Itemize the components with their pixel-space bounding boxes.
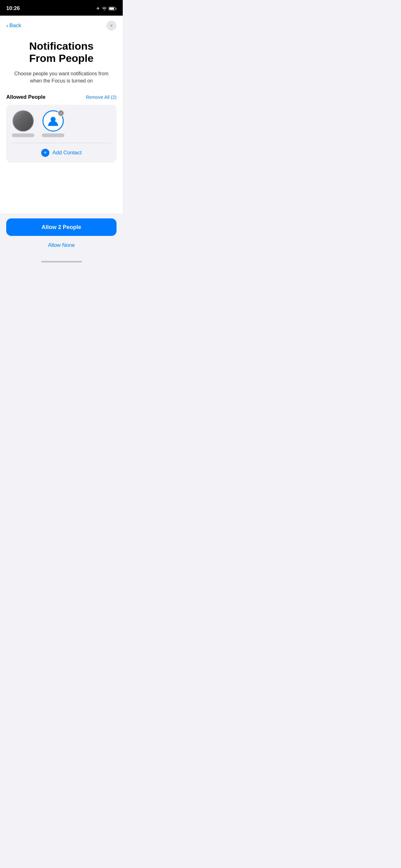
avatar-container-1: [12, 110, 34, 131]
nav-bar: ‹ Back ×: [0, 16, 123, 34]
airplane-icon: ✈: [96, 6, 100, 11]
status-time: 10:26: [6, 5, 20, 11]
section-header: Allowed People Remove All (2): [6, 94, 116, 100]
header-section: NotificationsFrom People Choose people y…: [0, 34, 123, 94]
add-contact-label: Add Contact: [53, 150, 82, 156]
avatar-1: [12, 110, 34, 131]
person-item-2: −: [42, 110, 64, 137]
bottom-section: Allow 2 People Allow None: [0, 213, 123, 258]
back-label: Back: [9, 23, 21, 29]
add-contact-icon: +: [41, 149, 49, 157]
person-name-1: [12, 133, 34, 137]
allow-people-button[interactable]: Allow 2 People: [6, 218, 116, 236]
wifi-icon: [102, 6, 107, 10]
spacer: [0, 169, 123, 213]
back-chevron-icon: ‹: [6, 23, 8, 29]
content-card: ‹ Back × NotificationsFrom People Choose…: [0, 16, 123, 213]
person-icon: [46, 114, 60, 128]
person-name-2: [42, 133, 64, 137]
close-icon: ×: [110, 23, 113, 28]
person-item: [12, 110, 34, 137]
people-card: − + Add Contact: [6, 105, 116, 162]
add-contact-button[interactable]: + Add Contact: [6, 143, 116, 162]
remove-badge-icon: −: [58, 110, 64, 116]
section-title: Allowed People: [6, 94, 45, 100]
battery-icon: [109, 7, 116, 10]
people-list: −: [6, 105, 116, 143]
avatar-photo-blurred: [12, 110, 34, 131]
status-bar: 10:26 ✈: [0, 0, 123, 16]
page-title: NotificationsFrom People: [9, 40, 113, 64]
remove-badge[interactable]: −: [58, 110, 64, 117]
allowed-people-section: Allowed People Remove All (2): [0, 94, 123, 169]
back-button[interactable]: ‹ Back: [6, 23, 21, 29]
avatar-container-2: −: [42, 110, 64, 131]
status-icons: ✈: [96, 6, 116, 11]
close-button[interactable]: ×: [106, 21, 116, 31]
home-indicator: [0, 258, 123, 266]
allow-none-button[interactable]: Allow None: [6, 240, 116, 250]
home-bar: [41, 261, 82, 262]
page-subtitle: Choose people you want notifications fro…: [9, 70, 113, 84]
remove-all-button[interactable]: Remove All (2): [86, 94, 116, 100]
